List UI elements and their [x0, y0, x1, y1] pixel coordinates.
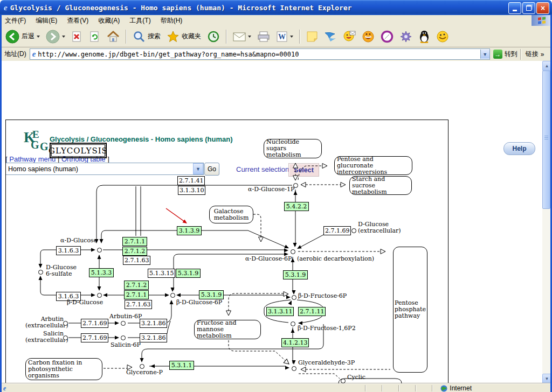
compound-node[interactable]: [351, 228, 356, 233]
thunder-button[interactable]: [322, 30, 339, 44]
smiley-button[interactable]: [434, 29, 451, 44]
enzyme-box-2.7.1.41[interactable]: 2.7.1.41: [177, 176, 205, 185]
enzyme-box-2.7.1.69[interactable]: 2.7.1.69: [81, 319, 108, 328]
laugh-face-button[interactable]: [360, 29, 377, 44]
compound-node[interactable]: [97, 293, 102, 298]
history-button[interactable]: [205, 29, 222, 44]
compound-node[interactable]: [341, 379, 346, 383]
restore-button[interactable]: [522, 2, 535, 14]
enzyme-box-2.7.1.1[interactable]: 2.7.1.1: [122, 237, 147, 246]
enzyme-box-5.3.1.9[interactable]: 5.3.1.9: [283, 270, 308, 279]
messenger-button[interactable]: [341, 29, 358, 44]
enzyme-box-2.7.1.69[interactable]: 2.7.1.69: [81, 333, 108, 342]
enzyme-box-2.7.1.63[interactable]: 2.7.1.63: [123, 256, 150, 265]
enzyme-box-5.3.1.9[interactable]: 5.3.1.9: [199, 290, 224, 299]
pathway-link-box[interactable]: Starch and sucrose metabolism: [349, 176, 412, 195]
compound-node[interactable]: [291, 249, 295, 254]
window-title: Glycolysis / Gluconeogenesis - Homo sapi…: [10, 4, 352, 12]
compass-button[interactable]: [378, 29, 396, 44]
enzyme-box-2.7.1.1[interactable]: 2.7.1.1: [124, 290, 149, 299]
enzyme-box-5.3.1.1[interactable]: 5.3.1.1: [169, 361, 194, 370]
enzyme-box-3.1.6.3[interactable]: 3.1.6.3: [56, 246, 81, 255]
smiley-mail-icon: [343, 30, 356, 43]
compound-label: Arbutin-6P: [109, 313, 142, 320]
compound-node[interactable]: [292, 295, 296, 300]
pathway-link-box[interactable]: Pentose phosphate pathway: [393, 247, 427, 373]
mail-button[interactable]: [231, 30, 253, 43]
compound-node[interactable]: [293, 183, 298, 188]
compound-node[interactable]: [63, 335, 68, 340]
pathway-link-box[interactable]: Pentose and glucuronate interconversions: [334, 156, 412, 175]
address-input[interactable]: e http://www.genome.jp/dbget-bin/get_pat…: [30, 48, 490, 60]
compound-node[interactable]: [38, 270, 43, 275]
enzyme-box-2.7.1.63[interactable]: 2.7.1.63: [125, 300, 152, 309]
menu-item-help[interactable]: 帮助(H): [156, 15, 188, 26]
scrollbar-thumb[interactable]: [542, 71, 550, 209]
menu-item-favorites[interactable]: 收藏(A): [93, 15, 125, 26]
compound-node[interactable]: [121, 335, 126, 340]
compound-node[interactable]: [97, 248, 102, 253]
address-dropdown-button[interactable]: ▼: [480, 50, 489, 59]
enzyme-box-3.1.3.10[interactable]: 3.1.3.10: [178, 186, 205, 195]
compound-label: Salicin-6P: [111, 342, 141, 348]
pathway-link-box[interactable]: Nucleotide sugars metabolism: [264, 139, 322, 158]
forward-icon: [46, 30, 60, 44]
search-button[interactable]: 搜索: [130, 29, 163, 44]
back-dropdown-icon[interactable]: [37, 36, 40, 38]
windows-logo: [532, 15, 552, 26]
pathway-link-box[interactable]: Carbon fixation in photosynthetic organi…: [25, 358, 102, 380]
status-bar: e Internet: [0, 383, 552, 392]
compound-node[interactable]: [292, 366, 296, 371]
enzyme-box-3.2.1.86[interactable]: 3.2.1.86: [140, 333, 167, 342]
home-button[interactable]: [105, 29, 122, 44]
favorites-button[interactable]: 收藏夹: [164, 29, 203, 44]
minimize-button[interactable]: [508, 2, 521, 14]
pathway-link-box[interactable]: Galactose metabolism: [209, 206, 253, 223]
go-button[interactable]: → 转到: [490, 50, 521, 59]
enzyme-box-3.1.3.11[interactable]: 3.1.3.11: [266, 307, 294, 316]
enzyme-box-4.1.2.13[interactable]: 4.1.2.13: [281, 338, 309, 347]
links-chevron-icon: »: [541, 51, 544, 58]
forward-button[interactable]: [44, 29, 67, 45]
notes-button[interactable]: [304, 30, 320, 44]
window-left-edge: [0, 15, 2, 392]
menu-item-file[interactable]: 文件(F): [0, 15, 31, 26]
close-button[interactable]: ×: [536, 2, 549, 14]
compound-node[interactable]: [63, 321, 68, 326]
word-dropdown-icon[interactable]: [290, 36, 293, 38]
refresh-button[interactable]: [87, 30, 103, 44]
compound-label: α-D-Glucose-6P: [245, 256, 292, 262]
help-button[interactable]: Help: [503, 142, 535, 155]
qq-button[interactable]: [416, 29, 432, 44]
mail-dropdown-icon[interactable]: [248, 36, 251, 38]
enzyme-box-2.7.1.69[interactable]: 2.7.1.69: [323, 226, 351, 235]
mail-icon: [233, 31, 246, 42]
print-button[interactable]: [255, 30, 272, 44]
enzyme-box-5.4.2.2[interactable]: 5.4.2.2: [284, 202, 309, 211]
edit-with-word-button[interactable]: W: [274, 30, 295, 44]
enzyme-box-2.7.1.11[interactable]: 2.7.1.11: [298, 307, 326, 316]
forward-dropdown-icon[interactable]: [62, 36, 65, 38]
links-button[interactable]: 链接 »: [521, 49, 549, 60]
pathway-link-box[interactable]: Fructose and mannose metabolism: [194, 320, 261, 339]
menu-item-tools[interactable]: 工具(T): [125, 15, 155, 26]
enzyme-box-3.1.3.9[interactable]: 3.1.3.9: [177, 226, 202, 235]
compound-node[interactable]: [121, 321, 126, 326]
menu-item-edit[interactable]: 编辑(E): [31, 15, 62, 26]
stop-button[interactable]: [69, 30, 85, 44]
enzyme-box-2.7.1.2[interactable]: 2.7.1.2: [122, 247, 147, 256]
enzyme-box-3.2.1.86[interactable]: 3.2.1.86: [140, 319, 167, 328]
gear-button[interactable]: [397, 29, 415, 44]
compound-node[interactable]: [170, 293, 175, 298]
compound-node[interactable]: [291, 321, 295, 326]
enzyme-box-5.3.1.9[interactable]: 5.3.1.9: [176, 269, 201, 278]
vertical-scrollbar[interactable]: ▲ ▼: [542, 61, 550, 383]
enzyme-box-5.1.3.15[interactable]: 5.1.3.15: [148, 269, 175, 278]
compound-node[interactable]: [140, 364, 144, 369]
back-button[interactable]: 后退: [3, 29, 42, 45]
enzyme-box-5.1.3.3[interactable]: 5.1.3.3: [89, 268, 114, 277]
compound-label: β-D-Fructose-6P: [298, 293, 347, 299]
menu-item-view[interactable]: 查看(V): [62, 15, 93, 26]
enzyme-box-2.7.1.2[interactable]: 2.7.1.2: [124, 281, 149, 290]
favorites-label: 收藏夹: [182, 32, 201, 41]
